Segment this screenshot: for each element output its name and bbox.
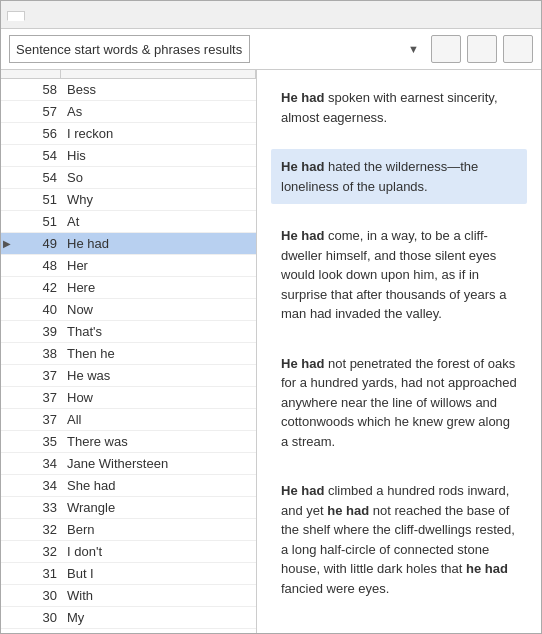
main-content: 58 Bess 57 As 56 I reckon 54 His 54 So 5…	[1, 70, 541, 633]
table-row[interactable]: 57 As	[1, 101, 256, 123]
row-count: 39	[13, 321, 61, 342]
right-panel[interactable]: He had spoken with earnest sincerity, al…	[257, 70, 541, 633]
row-text: There was	[61, 431, 256, 452]
row-count: 58	[13, 79, 61, 100]
row-indicator: ▶	[1, 238, 13, 249]
passage: He had shot a masked outlaw the	[271, 620, 527, 633]
row-count: 35	[13, 431, 61, 452]
table-header	[1, 70, 256, 79]
row-count: 40	[13, 299, 61, 320]
window-title	[7, 11, 25, 21]
row-count: 48	[13, 255, 61, 276]
main-window: Sentence start words & phrases results ▼…	[0, 0, 542, 634]
row-count: 51	[13, 189, 61, 210]
row-count: 30	[13, 607, 61, 628]
table-row[interactable]: 37 He was	[1, 365, 256, 387]
row-text: How	[61, 387, 256, 408]
col-header-sentence	[61, 70, 256, 78]
table-row[interactable]: 31 But I	[1, 563, 256, 585]
table-row[interactable]: 30 My	[1, 607, 256, 629]
row-count: 30	[13, 585, 61, 606]
table-row[interactable]: 38 Then he	[1, 343, 256, 365]
table-row[interactable]: 48 Her	[1, 255, 256, 277]
row-text: All	[61, 409, 256, 430]
passage: He had spoken with earnest sincerity, al…	[271, 80, 527, 135]
row-count: 32	[13, 519, 61, 540]
row-count: 57	[13, 101, 61, 122]
row-text: So	[61, 167, 256, 188]
row-text: Bess	[61, 79, 256, 100]
table-body[interactable]: 58 Bess 57 As 56 I reckon 54 His 54 So 5…	[1, 79, 256, 633]
row-text: My	[61, 607, 256, 628]
row-count: 38	[13, 343, 61, 364]
dropdown-arrow-icon: ▼	[408, 43, 419, 55]
row-count: 37	[13, 387, 61, 408]
row-text: Wrangle	[61, 497, 256, 518]
table-row[interactable]: 51 Why	[1, 189, 256, 211]
back-button[interactable]	[431, 35, 461, 63]
row-count: 34	[13, 453, 61, 474]
table-row[interactable]: 42 Here	[1, 277, 256, 299]
row-text: I don't	[61, 541, 256, 562]
row-text: At	[61, 211, 256, 232]
row-count: 49	[13, 233, 61, 254]
row-text: Here	[61, 277, 256, 298]
table-row[interactable]: 39 That's	[1, 321, 256, 343]
row-text: Then he	[61, 343, 256, 364]
table-row[interactable]: 32 I don't	[1, 541, 256, 563]
table-row[interactable]: 54 His	[1, 145, 256, 167]
row-text: Jane Withersteen	[61, 453, 256, 474]
row-text: That's	[61, 321, 256, 342]
table-row[interactable]: 51 At	[1, 211, 256, 233]
row-count: 31	[13, 563, 61, 584]
passage: He had hated the wilderness—the loneline…	[271, 149, 527, 204]
row-text: As	[61, 101, 256, 122]
table-row[interactable]: 56 I reckon	[1, 123, 256, 145]
table-row[interactable]: 35 There was	[1, 431, 256, 453]
row-text: But I	[61, 563, 256, 584]
toolbar: Sentence start words & phrases results ▼	[1, 29, 541, 70]
row-text: Now	[61, 299, 256, 320]
title-bar	[1, 1, 541, 29]
row-count: 33	[13, 497, 61, 518]
col-header-count	[1, 70, 61, 78]
row-text: He was	[61, 365, 256, 386]
row-count: 42	[13, 277, 61, 298]
passage: He had climbed a hundred rods inward, an…	[271, 473, 527, 606]
table-row[interactable]: 33 Wrangle	[1, 497, 256, 519]
result-type-dropdown[interactable]: Sentence start words & phrases results	[9, 35, 250, 63]
row-count: 32	[13, 541, 61, 562]
row-count: 51	[13, 211, 61, 232]
row-text: His	[61, 145, 256, 166]
row-count: 54	[13, 145, 61, 166]
table-row[interactable]: 34 She had	[1, 475, 256, 497]
row-text: I reckon	[61, 123, 256, 144]
row-count: 37	[13, 409, 61, 430]
row-count: 56	[13, 123, 61, 144]
refresh-button[interactable]	[503, 35, 533, 63]
row-text: With	[61, 585, 256, 606]
row-text: He had	[61, 233, 256, 254]
dropdown-wrapper: Sentence start words & phrases results ▼	[9, 35, 425, 63]
row-text: She had	[61, 475, 256, 496]
table-row[interactable]: 37 All	[1, 409, 256, 431]
close-button[interactable]	[523, 13, 535, 17]
row-text: Bern	[61, 519, 256, 540]
table-row[interactable]: 32 Bern	[1, 519, 256, 541]
table-row[interactable]: 30 With	[1, 585, 256, 607]
passage: He had not penetrated the forest of oaks…	[271, 346, 527, 460]
table-row[interactable]: 58 Bess	[1, 79, 256, 101]
table-row[interactable]: 34 Jane Withersteen	[1, 453, 256, 475]
table-row[interactable]: 54 So	[1, 167, 256, 189]
row-count: 34	[13, 475, 61, 496]
table-row[interactable]: 40 Now	[1, 299, 256, 321]
row-text: Her	[61, 255, 256, 276]
row-count: 37	[13, 365, 61, 386]
table-row[interactable]: ▶ 49 He had	[1, 233, 256, 255]
table-row[interactable]: 37 How	[1, 387, 256, 409]
passage: He had come, in a way, to be a cliff-dwe…	[271, 218, 527, 332]
row-count: 54	[13, 167, 61, 188]
left-panel: 58 Bess 57 As 56 I reckon 54 His 54 So 5…	[1, 70, 257, 633]
forward-button[interactable]	[467, 35, 497, 63]
row-text: Why	[61, 189, 256, 210]
